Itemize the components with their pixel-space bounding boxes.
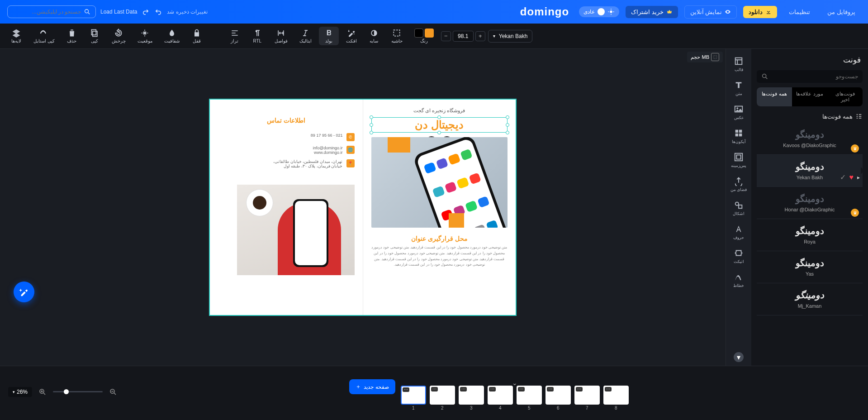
spacing-tool[interactable]: فواصل (270, 27, 292, 45)
thumb-menu-icon[interactable]: ⋯ (489, 387, 496, 391)
resize-handle[interactable] (370, 123, 373, 127)
page-thumbnail[interactable]: ⋯ (517, 386, 542, 405)
nav-myspace[interactable]: فضای من (728, 172, 749, 196)
nav-template[interactable]: قالب (728, 52, 749, 76)
font-size-minus[interactable]: − (441, 31, 451, 41)
zoom-slider[interactable] (53, 391, 103, 392)
page-thumbnail[interactable]: ⋯ (603, 386, 629, 405)
mode-toggle[interactable]: عادی (579, 6, 619, 17)
thumb-menu-icon[interactable]: ⋯ (431, 387, 438, 391)
effect-tool[interactable]: افکت (342, 27, 361, 45)
italic-tool[interactable]: ایتالیک (295, 27, 316, 45)
resize-handle[interactable] (370, 131, 373, 134)
nav-text[interactable]: متن (728, 76, 749, 100)
thumb-menu-icon[interactable]: ⋯ (460, 387, 467, 391)
tab-favorite-fonts[interactable]: مورد علاقه‌ها (792, 87, 827, 106)
new-page-button[interactable]: ＋صفحه جدید (349, 379, 395, 394)
resize-handle[interactable] (370, 115, 373, 119)
font-item-roya[interactable]: دومینگو Roya (757, 219, 863, 251)
thumb-menu-icon[interactable]: ⋯ (518, 387, 525, 391)
page-thumbnail[interactable]: ⋯ (574, 386, 600, 405)
color-tool[interactable]: رنگ (410, 27, 438, 45)
thumb-menu-icon[interactable]: ⋯ (547, 387, 554, 391)
border-tool[interactable]: حاشیه (387, 27, 407, 45)
buy-subscription-button[interactable]: خرید اشتراک (626, 6, 678, 18)
redo-icon[interactable] (142, 8, 150, 16)
lock-tool[interactable]: قفل (187, 27, 207, 45)
font-search-input[interactable] (772, 73, 858, 80)
font-item-honar[interactable]: دومینگو Honar @DiakoGraphic ♛ (757, 187, 863, 219)
tab-all-fonts[interactable]: همه فونت‌ها (757, 87, 792, 106)
magic-fab[interactable] (14, 282, 34, 302)
zoom-out-button[interactable] (108, 387, 118, 397)
nav-more[interactable]: ▾ (734, 352, 744, 362)
page-thumbnail[interactable]: ⋯ (459, 386, 484, 405)
page-thumbnail[interactable]: ⋯ (430, 386, 455, 405)
font-family-select[interactable]: ▾Yekan Bakh (488, 30, 533, 43)
font-item-yekanbakh[interactable]: دومینگو Yekan Bakh ▸ ♥ ✓ (757, 155, 863, 187)
font-search[interactable] (757, 70, 863, 83)
download-button[interactable]: دانلود (743, 6, 777, 18)
nav-shapes[interactable]: اشکال (728, 196, 749, 220)
page-right[interactable]: فروشگاه زنجیره ای گجت دیجیتال دن (363, 100, 516, 315)
nav-image[interactable]: عکس (728, 100, 749, 124)
align-tool[interactable]: تراز (225, 27, 245, 45)
font-item-kavoos[interactable]: دومینگو Kavoos @DiakoGraphic ♛ (757, 123, 863, 155)
preview-button[interactable]: نمایش آنلاین (684, 5, 737, 19)
font-item-mjkaman[interactable]: دومینگو Mj_Kaman (757, 283, 863, 315)
zoom-slider-thumb[interactable] (64, 389, 69, 394)
copy-style-tool[interactable]: کپی استایل (29, 27, 59, 45)
contact-title[interactable]: اطلاعات تماس (218, 117, 355, 124)
swatch-black[interactable] (414, 29, 423, 38)
nav-icons[interactable]: آیکون‌ها (728, 124, 749, 148)
hero-image[interactable] (371, 137, 508, 228)
thumb-menu-icon[interactable]: ⋯ (403, 387, 409, 392)
font-size-plus[interactable]: + (475, 31, 485, 41)
position-tool[interactable]: موقعیت (133, 27, 157, 45)
heading[interactable]: محل قرارگیری عنوان (371, 235, 508, 242)
load-last-data[interactable]: Load Last Data (100, 9, 137, 15)
page-thumbnail[interactable]: ⋯ (545, 386, 571, 405)
global-search[interactable] (7, 5, 96, 18)
page-thumbnail[interactable]: ⋯ (401, 386, 426, 405)
resize-handle[interactable] (437, 131, 441, 134)
resize-handle[interactable] (506, 123, 509, 127)
play-icon[interactable]: ▸ (857, 174, 860, 181)
copy-tool[interactable]: کپی (85, 27, 104, 45)
global-search-input[interactable] (12, 9, 81, 15)
resize-handle[interactable] (506, 115, 509, 119)
rotate-tool[interactable]: چرخش (107, 27, 130, 45)
file-size-badge[interactable]: حجم MB (687, 52, 723, 62)
opacity-tool[interactable]: شفافیت (160, 27, 184, 45)
rtl-tool[interactable]: RTL (247, 27, 267, 45)
resize-handle[interactable] (506, 131, 509, 134)
zoom-percent[interactable]: ▾26% (8, 387, 32, 397)
zoom-in-button[interactable] (38, 387, 47, 397)
tab-recent-fonts[interactable]: فونت‌های اخیر (827, 87, 863, 106)
profile-menu[interactable]: پروفایل من (822, 6, 861, 18)
body-text[interactable]: متن توضیحی خود درمورد محصول خود را در ای… (371, 245, 508, 268)
page-thumbnail[interactable]: ⋯ (488, 386, 513, 405)
undo-icon[interactable] (154, 8, 162, 16)
shadow-tool[interactable]: سایه (364, 27, 384, 45)
layers-tool[interactable]: لایه‌ها (6, 27, 26, 45)
nav-letters[interactable]: حروف (728, 220, 749, 243)
page-left[interactable]: اطلاعات تماس ✆021 - 66 95 17 89 🌐info@do… (210, 100, 363, 315)
nav-line[interactable]: خطاط (728, 268, 749, 291)
font-item-yas[interactable]: دومینگو Yas (757, 251, 863, 283)
secondary-image[interactable] (237, 185, 355, 275)
thumb-menu-icon[interactable]: ⋯ (576, 387, 583, 391)
bold-tool[interactable]: بولد (319, 27, 339, 45)
font-size-input[interactable] (453, 31, 474, 42)
apply-font-button[interactable]: ✓ (840, 173, 846, 181)
nav-background[interactable]: پس‌زمینه (728, 148, 749, 172)
settings-link[interactable]: تنظیمات (783, 6, 816, 18)
canvas-zone[interactable]: حجم MB فروشگاه زنجیره ای گجت دیجیتال دن (0, 49, 726, 366)
thumb-menu-icon[interactable]: ⋯ (605, 387, 612, 391)
nav-ticket[interactable]: اتیکت (728, 244, 749, 267)
swatch-orange[interactable] (425, 29, 434, 38)
selected-text-element[interactable]: دیجیتال دن (371, 117, 508, 133)
canvas[interactable]: فروشگاه زنجیره ای گجت دیجیتال دن (209, 99, 517, 316)
delete-tool[interactable]: حذف (62, 27, 82, 45)
favorite-button[interactable]: ♥ (849, 173, 854, 181)
